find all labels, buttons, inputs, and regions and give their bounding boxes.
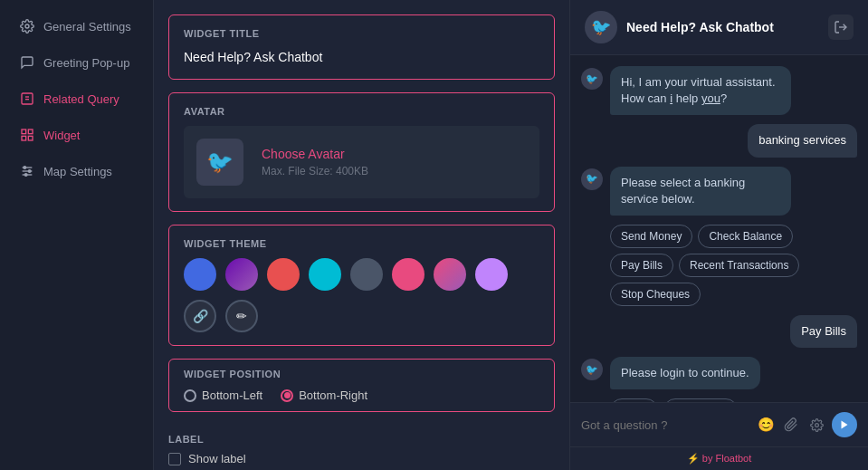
bubble-bot-2: Please select a banking service below. [610,167,791,216]
color-slate[interactable] [350,258,383,291]
chat-exit-button[interactable] [828,14,854,40]
position-bottom-right-label: Bottom-Right [299,388,367,402]
bubble-user-1: banking services [748,124,857,157]
avatar-hint: Max. File Size: 400KB [262,165,368,177]
avatar-preview: 🐦 [196,139,243,186]
show-label-text: Show label [188,452,246,465]
show-label-checkbox-box [168,453,181,465]
sidebar-item-general-settings[interactable]: General Settings [5,9,148,43]
edit-color-icon[interactable]: 🔗 [184,300,216,332]
footer-by: by [702,453,716,464]
color-coral[interactable] [267,258,300,291]
message-bot-2: 🐦 Please select a banking service below. [581,167,857,216]
map-settings-icon [20,164,34,178]
color-pink[interactable] [392,258,424,291]
chat-header: 🐦 Need Help? Ask Chatbot [570,0,868,55]
position-label: WIDGET POSITION [184,369,539,379]
label-title: LABEL [168,434,555,445]
svg-rect-4 [22,129,26,134]
bot-avatar-2: 🐦 [581,168,603,190]
svg-point-15 [815,423,818,427]
message-bot-3: 🐦 Please login to continue. [581,357,857,389]
chat-header-avatar: 🐦 [585,11,617,43]
svg-point-0 [25,24,29,28]
attach-icon-button[interactable] [781,415,801,435]
main-content: WIDGET TITLE AVATAR 🐦 Choose Avatar Max.… [154,0,569,470]
svg-marker-16 [842,421,848,429]
position-section: WIDGET POSITION Bottom-Left Bottom-Right [168,359,555,412]
color-cyan[interactable] [309,258,341,291]
theme-section: WIDGET THEME 🔗 ✏ [168,225,555,346]
avatar-label: AVATAR [184,106,539,117]
chat-btn-pay-bills[interactable]: Pay Bills [610,254,673,277]
sidebar-item-map-settings[interactable]: Map Settings [5,154,148,188]
show-label-checkbox[interactable]: Show label [168,452,555,465]
chat-btn-check-balance[interactable]: Check Balance [698,225,793,248]
send-button[interactable] [832,412,857,437]
svg-point-11 [24,167,26,169]
avatar-info: Choose Avatar Max. File Size: 400KB [262,147,368,177]
sidebar-item-widget[interactable]: Widget [5,118,148,152]
theme-label: WIDGET THEME [184,238,539,249]
bubble-bot-3: Please login to continue. [610,357,760,389]
settings-icon-button[interactable] [806,415,826,435]
chat-input[interactable] [581,418,749,432]
chat-btn-recent-transactions[interactable]: Recent Transactions [679,254,799,277]
label-section: LABEL Show label [168,425,555,465]
widget-title-section: WIDGET TITLE [168,14,555,80]
banking-buttons: Send Money Check Balance Pay Bills Recen… [610,225,857,306]
emoji-icon-button[interactable]: 😊 [756,415,776,435]
sidebar-item-related-query[interactable]: Related Query [5,82,148,116]
message-user-2: Pay Bills [581,315,857,348]
svg-point-12 [28,170,31,173]
svg-rect-5 [28,129,33,134]
chat-btn-send-money[interactable]: Send Money [610,225,692,248]
avatar-section: AVATAR 🐦 Choose Avatar Max. File Size: 4… [168,92,555,212]
widget-title-label: WIDGET TITLE [184,28,539,39]
color-gradient-purple[interactable] [434,258,466,291]
chat-messages: 🐦 Hi, I am your virtual assistant. How c… [570,55,868,402]
position-bottom-left-label: Bottom-Left [202,388,262,402]
sidebar-label-general-settings: General Settings [43,20,131,34]
sidebar-label-widget: Widget [43,129,80,142]
sidebar-label-related-query: Related Query [43,92,119,106]
svg-point-13 [24,174,27,177]
color-lavender[interactable] [475,258,508,291]
chat-input-icons: 😊 [756,412,857,437]
chat-footer: ⚡ by Floatbot [570,446,868,470]
bot-avatar-1: 🐦 [581,68,603,90]
message-user-1: banking services [581,124,857,157]
sidebar: General Settings Greeting Pop-up Related… [0,0,154,470]
footer-brand: Floatbot [716,453,752,464]
chat-input-area: 😊 [570,402,868,446]
chatbot-panel: 🐦 Need Help? Ask Chatbot 🐦 Hi, I am your… [569,0,868,470]
radio-bottom-left-dot [184,389,196,402]
settings-icon [20,19,34,34]
sidebar-label-map-settings: Map Settings [43,165,112,178]
color-blue[interactable] [184,258,216,291]
pencil-icon[interactable]: ✏ [225,300,258,332]
avatar-container: 🐦 Choose Avatar Max. File Size: 400KB [184,126,539,198]
choose-avatar-button[interactable]: Choose Avatar [262,147,368,161]
footer-lightning: ⚡ [687,453,700,464]
position-radio-group: Bottom-Left Bottom-Right [184,388,539,402]
svg-rect-7 [28,136,33,140]
bot-avatar-3: 🐦 [581,359,603,380]
widget-icon [20,128,34,142]
related-query-icon [20,91,34,106]
svg-rect-6 [22,136,26,140]
chat-btn-stop-cheques[interactable]: Stop Cheques [610,283,701,306]
bubble-bot-1: Hi, I am your virtual assistant. How can… [610,66,791,115]
color-purple[interactable] [225,258,258,291]
greeting-icon [20,55,34,70]
position-bottom-right[interactable]: Bottom-Right [281,388,367,402]
chat-header-title: Need Help? Ask Chatbot [626,20,819,34]
theme-colors: 🔗 ✏ [184,258,539,332]
widget-title-input[interactable] [184,48,539,66]
radio-bottom-right-dot [281,389,293,402]
bubble-user-2: Pay Bills [790,315,857,348]
position-bottom-left[interactable]: Bottom-Left [184,388,262,402]
sidebar-label-greeting-popup: Greeting Pop-up [43,56,129,70]
message-bot-1: 🐦 Hi, I am your virtual assistant. How c… [581,66,857,115]
sidebar-item-greeting-popup[interactable]: Greeting Pop-up [5,45,148,80]
